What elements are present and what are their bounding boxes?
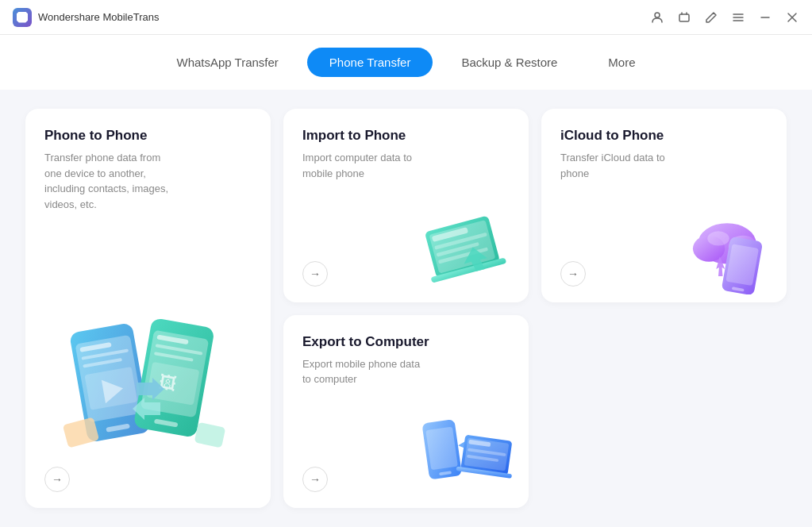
card-phone-to-phone-desc: Transfer phone data from one device to a…: [44, 150, 171, 212]
nav-bar: WhatsApp Transfer Phone Transfer Backup …: [0, 35, 812, 90]
close-icon[interactable]: [785, 10, 799, 25]
app-title: Wondershare MobileTrans: [38, 11, 159, 23]
card-export-arrow[interactable]: →: [302, 467, 328, 492]
card-icloud-arrow[interactable]: →: [560, 261, 586, 287]
card-import-desc: Import computer data to mobile phone: [302, 150, 429, 181]
card-icloud-title: iCloud to Phone: [560, 128, 768, 144]
title-bar-left: Wondershare MobileTrans: [13, 8, 159, 27]
phone-to-phone-illustration: 🖼: [61, 302, 236, 508]
title-bar-controls: [650, 10, 799, 25]
icloud-illustration: [675, 207, 779, 294]
card-import-title: Import to Phone: [302, 128, 510, 144]
main-content: Phone to Phone Transfer phone data from …: [0, 90, 812, 527]
svg-rect-18: [62, 417, 98, 448]
title-bar: Wondershare MobileTrans: [0, 0, 812, 35]
card-phone-to-phone[interactable]: Phone to Phone Transfer phone data from …: [25, 109, 271, 508]
tab-backup[interactable]: Backup & Restore: [439, 48, 579, 77]
edit-icon[interactable]: [704, 10, 718, 25]
svg-rect-35: [425, 427, 458, 471]
card-icloud-desc: Transfer iCloud data to phone: [560, 150, 687, 181]
card-export-desc: Export mobile phone data to computer: [302, 356, 429, 387]
card-export-to-computer[interactable]: Export to Computer Export mobile phone d…: [283, 315, 529, 509]
card-export-title: Export to Computer: [302, 334, 510, 350]
minimize-icon[interactable]: [758, 10, 772, 25]
app-icon: [13, 8, 32, 27]
window-icon[interactable]: [677, 10, 691, 25]
menu-icon[interactable]: [731, 10, 745, 25]
account-icon[interactable]: [650, 10, 664, 25]
svg-rect-19: [194, 422, 225, 448]
card-phone-to-phone-arrow[interactable]: →: [44, 467, 70, 492]
tab-phone[interactable]: Phone Transfer: [307, 48, 433, 77]
svg-point-0: [655, 13, 660, 17]
card-icloud-to-phone[interactable]: iCloud to Phone Transfer iCloud data to …: [541, 109, 787, 302]
import-illustration: [418, 207, 521, 294]
card-import-arrow[interactable]: →: [302, 261, 328, 287]
svg-rect-1: [679, 14, 689, 21]
export-illustration: [418, 413, 521, 500]
card-phone-to-phone-title: Phone to Phone: [44, 128, 252, 144]
tab-whatsapp[interactable]: WhatsApp Transfer: [154, 48, 300, 77]
card-import-to-phone[interactable]: Import to Phone Import computer data to …: [283, 109, 529, 302]
tab-more[interactable]: More: [586, 48, 657, 77]
svg-point-30: [707, 231, 729, 245]
